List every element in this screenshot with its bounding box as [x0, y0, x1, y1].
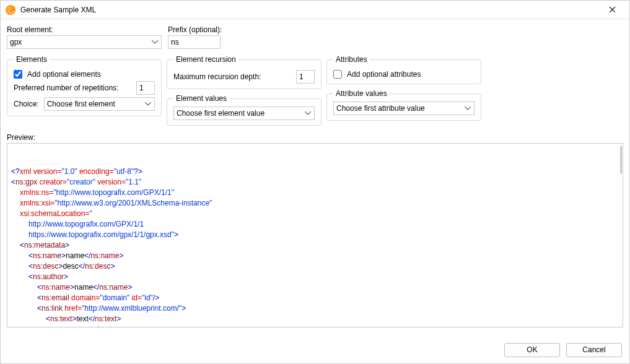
scrollbar-thumb[interactable] [620, 145, 622, 174]
cancel-button[interactable]: Cancel [566, 343, 622, 357]
max-depth-row: Maximum recursion depth: [173, 70, 315, 84]
choice-select[interactable]: Choose first element [44, 97, 155, 111]
close-button[interactable] [600, 1, 624, 19]
xml-line: <ns:name>name</ns:name> [11, 251, 123, 261]
pref-repetitions-label: Preferred number of repetitions: [14, 84, 118, 92]
title-bar: Generate Sample XML [1, 1, 629, 19]
pref-repetitions-row: Preferred number of repetitions: [14, 81, 155, 95]
attributes-group: Attributes Add optional attributes [326, 55, 481, 84]
xml-line: <ns:text>text</ns:text> [11, 314, 121, 324]
root-element-select[interactable]: gpx [7, 35, 162, 49]
attribute-values-select[interactable]: Choose first attribute value [333, 102, 475, 115]
add-optional-attributes-row: Add optional attributes [333, 70, 475, 79]
choice-row: Choice: Choose first element [14, 97, 155, 111]
xml-line: <ns:type>type</ns:type> [11, 324, 127, 327]
preview-pane[interactable]: <?xml version="1.0" encoding="utf-8"?> <… [7, 143, 623, 327]
xml-line: <ns:email domain="domain" id="id"/> [11, 293, 159, 303]
xml-line: <ns:desc>desc</ns:desc> [11, 261, 115, 272]
xml-line: <ns:metadata> [11, 240, 69, 251]
root-element-label: Root element: [7, 25, 162, 34]
xml-line: xmlns:xsi="http://www.w3.org/2001/XMLSch… [11, 198, 212, 209]
xml-line: <ns:gpx creator="creator" version="1.1" [11, 178, 141, 186]
groups-row: Elements Add optional elements Preferred… [7, 55, 623, 126]
max-depth-input[interactable] [296, 70, 315, 84]
element-recursion-legend: Element recursion [173, 55, 238, 64]
window-title: Generate Sample XML [20, 6, 600, 14]
add-optional-attributes-checkbox[interactable] [333, 70, 342, 79]
preview-label: Preview: [7, 133, 623, 142]
app-icon [6, 5, 15, 15]
element-recursion-group: Element recursion Maximum recursion dept… [167, 55, 322, 89]
elements-group: Elements Add optional elements Preferred… [7, 55, 162, 116]
xml-line: <?xml version="1.0" encoding="utf-8"?> [11, 167, 142, 176]
pref-repetitions-input[interactable] [136, 81, 155, 95]
xml-line: https://www.topografix.com/gpx/1/1/gpx.x… [11, 230, 178, 240]
xml-line: xsi:schemaLocation=" [11, 209, 92, 219]
attribute-values-group: Attribute values Choose first attribute … [326, 89, 481, 121]
add-optional-attributes-label: Add optional attributes [347, 70, 421, 79]
xml-line: xmlns:ns="http://www.topografix.com/GPX/… [11, 188, 174, 198]
element-values-legend: Element values [173, 94, 229, 103]
top-fields-row: Root element: gpx Prefix (optional): [7, 25, 623, 49]
element-values-group: Element values Choose first element valu… [167, 94, 322, 126]
dialog-window: Generate Sample XML Root element: gpx Pr… [0, 0, 630, 364]
dialog-body: Root element: gpx Prefix (optional): Ele… [1, 19, 629, 336]
attributes-legend: Attributes [333, 55, 370, 64]
element-values-select[interactable]: Choose first element value [173, 106, 315, 120]
dialog-footer: OK Cancel [1, 336, 629, 363]
root-element-field: Root element: gpx [7, 25, 162, 49]
add-optional-elements-checkbox[interactable] [14, 70, 22, 79]
prefix-input[interactable] [168, 35, 221, 49]
xml-line: <ns:author> [11, 272, 68, 282]
ok-button[interactable]: OK [504, 343, 560, 357]
attribute-values-legend: Attribute values [333, 89, 390, 98]
add-optional-elements-row: Add optional elements [14, 70, 155, 79]
xml-line: <ns:link href="http://www.xmlblueprint.c… [11, 303, 186, 314]
choice-label: Choice: [14, 100, 39, 108]
xml-line: <ns:name>name</ns:name> [11, 282, 132, 293]
close-icon [609, 6, 616, 13]
add-optional-elements-label: Add optional elements [27, 70, 101, 79]
xml-line: http://www.topografix.com/GPX/1/1 [11, 219, 144, 230]
prefix-label: Prefix (optional): [168, 25, 222, 34]
prefix-field: Prefix (optional): [168, 25, 222, 49]
max-depth-label: Maximum recursion depth: [173, 72, 261, 81]
elements-group-legend: Elements [14, 55, 50, 64]
